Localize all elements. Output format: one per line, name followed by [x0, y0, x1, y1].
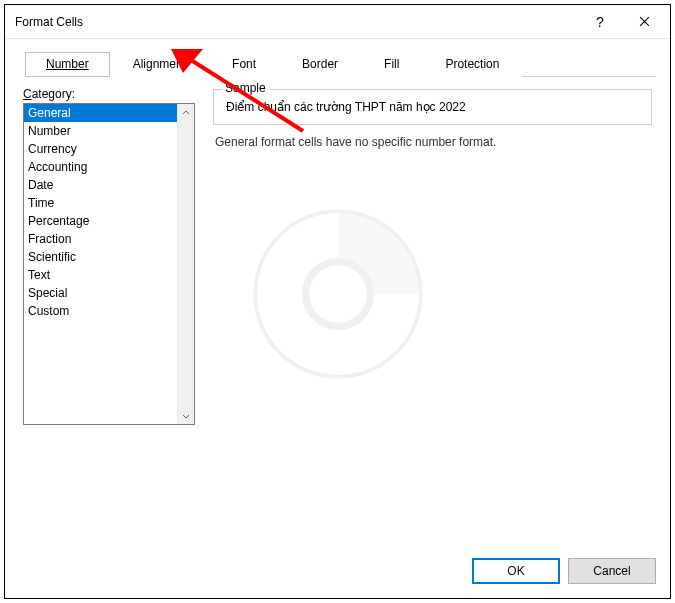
- list-item[interactable]: Percentage: [24, 212, 177, 230]
- list-item[interactable]: Custom: [24, 302, 177, 320]
- dialog-title: Format Cells: [15, 15, 578, 29]
- tab-alignment[interactable]: Alignment: [110, 52, 209, 77]
- tab-number[interactable]: Number: [25, 52, 110, 77]
- list-item[interactable]: Fraction: [24, 230, 177, 248]
- scrollbar[interactable]: [177, 104, 194, 424]
- list-item[interactable]: Accounting: [24, 158, 177, 176]
- tabstrip: Number Alignment Font Border Fill Protec…: [25, 51, 656, 77]
- list-item[interactable]: Number: [24, 122, 177, 140]
- list-item[interactable]: Time: [24, 194, 177, 212]
- list-item[interactable]: Text: [24, 266, 177, 284]
- sample-label: Sample: [222, 81, 269, 95]
- category-label: Category:: [23, 87, 195, 101]
- category-column: Category: General Number Currency Accoun…: [23, 87, 195, 536]
- list-item[interactable]: General: [24, 104, 177, 122]
- scroll-down-button[interactable]: [178, 407, 194, 424]
- category-listbox[interactable]: General Number Currency Accounting Date …: [23, 103, 195, 425]
- format-description: General format cells have no specific nu…: [213, 135, 652, 149]
- scroll-up-button[interactable]: [178, 104, 194, 121]
- chevron-up-icon: [182, 109, 190, 117]
- tab-border[interactable]: Border: [279, 52, 361, 77]
- dialog-footer: OK Cancel: [5, 548, 670, 598]
- help-button[interactable]: ?: [578, 7, 622, 37]
- list-item[interactable]: Date: [24, 176, 177, 194]
- sample-groupbox: Sample Điểm chuẩn các trường THPT năm họ…: [213, 89, 652, 125]
- tab-body-number: Category: General Number Currency Accoun…: [19, 77, 656, 540]
- sample-value: Điểm chuẩn các trường THPT năm học 2022: [214, 100, 651, 124]
- close-icon: [639, 16, 650, 27]
- ok-button[interactable]: OK: [472, 558, 560, 584]
- list-item[interactable]: Currency: [24, 140, 177, 158]
- list-item[interactable]: Special: [24, 284, 177, 302]
- right-column: Sample Điểm chuẩn các trường THPT năm họ…: [213, 87, 652, 536]
- titlebar: Format Cells ?: [5, 5, 670, 39]
- category-list-items: General Number Currency Accounting Date …: [24, 104, 177, 424]
- tab-fill[interactable]: Fill: [361, 52, 422, 77]
- scroll-track[interactable]: [178, 121, 194, 407]
- close-button[interactable]: [622, 7, 666, 37]
- format-cells-dialog: Format Cells ? Number Alignment Font Bor…: [4, 4, 671, 599]
- dialog-content: Number Alignment Font Border Fill Protec…: [5, 39, 670, 548]
- tab-font[interactable]: Font: [209, 52, 279, 77]
- tab-protection[interactable]: Protection: [422, 52, 522, 77]
- list-item[interactable]: Scientific: [24, 248, 177, 266]
- cancel-button[interactable]: Cancel: [568, 558, 656, 584]
- chevron-down-icon: [182, 412, 190, 420]
